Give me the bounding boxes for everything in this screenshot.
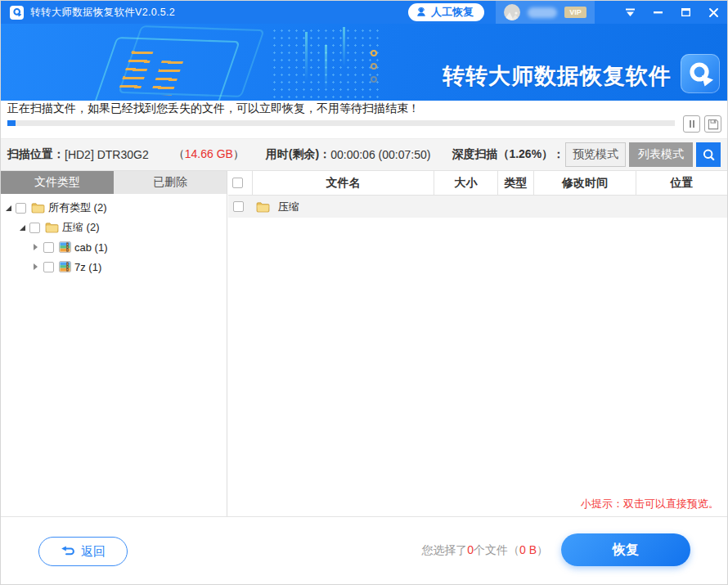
- selected-count: 0: [467, 543, 474, 556]
- folder-icon: [31, 202, 45, 214]
- scan-size-value: 14.66 GB: [185, 147, 233, 160]
- manual-recovery-label: 人工恢复: [431, 5, 474, 20]
- tree-item[interactable]: 7z (1): [1, 257, 227, 277]
- archive-icon: [59, 241, 71, 253]
- collapse-toggle-icon[interactable]: [20, 225, 25, 231]
- sidebar-tabs: 文件类型已删除: [1, 171, 227, 194]
- banner: 转转大师数据恢复软件: [1, 24, 727, 101]
- table-body: 压缩: [228, 196, 727, 218]
- folder-icon: [45, 222, 59, 233]
- tree-item[interactable]: cab (1): [1, 237, 227, 257]
- column-header[interactable]: 大小: [434, 171, 498, 195]
- preview-mode-button[interactable]: 预览模式: [565, 142, 626, 167]
- tree-item[interactable]: 压缩 (2): [1, 218, 227, 237]
- tree-item-label: 压缩 (2): [62, 220, 100, 235]
- tab-file-types[interactable]: 文件类型: [1, 171, 114, 194]
- tree-item-checkbox[interactable]: [43, 262, 54, 272]
- recover-button[interactable]: 恢复: [561, 533, 690, 566]
- pause-scan-button[interactable]: [683, 115, 700, 133]
- search-button[interactable]: [696, 142, 721, 167]
- user-panel[interactable]: VIP: [496, 1, 595, 24]
- file-name: 压缩: [278, 200, 299, 214]
- app-logo-icon: [10, 6, 24, 20]
- sidebar: 文件类型已删除 所有类型 (2)压缩 (2)cab (1)7z (1): [1, 171, 227, 516]
- select-all-cell: [228, 171, 253, 195]
- app-window: 转转大师数据恢复软件V2.0.5.2 人工恢复 VIP: [0, 0, 728, 585]
- tree-item[interactable]: 所有类型 (2): [1, 198, 227, 218]
- minimize-to-tray-button[interactable]: [616, 1, 644, 24]
- tree-item-label: 7z (1): [74, 261, 101, 273]
- elapsed-time-label: 用时(剩余)：: [266, 147, 330, 162]
- tree-item-label: cab (1): [74, 241, 107, 254]
- deep-scan-percent: 1.26%: [509, 147, 542, 160]
- scan-location-label: 扫描位置：: [7, 147, 65, 162]
- tree-item-label: 所有类型 (2): [48, 200, 107, 215]
- back-button[interactable]: 返回: [38, 537, 128, 566]
- title-bar: 转转大师数据恢复软件V2.0.5.2 人工恢复 VIP: [1, 1, 727, 24]
- selection-summary: 您选择了0个文件（0 B）: [421, 543, 548, 558]
- folder-icon: [256, 201, 270, 213]
- window-controls: [616, 1, 727, 24]
- column-header[interactable]: 修改时间: [534, 171, 636, 195]
- selected-size: 0 B: [519, 543, 537, 556]
- manual-recovery-button[interactable]: 人工恢复: [408, 3, 484, 21]
- search-icon: [702, 148, 716, 162]
- table-row[interactable]: 压缩: [228, 196, 727, 218]
- tree-item-checkbox[interactable]: [43, 242, 54, 253]
- tab-deleted[interactable]: 已删除: [114, 171, 227, 194]
- footer-bar: 返回 您选择了0个文件（0 B） 恢复: [1, 516, 727, 584]
- column-header[interactable]: 文件名: [253, 171, 434, 195]
- column-header[interactable]: 类型: [498, 171, 534, 195]
- maximize-button[interactable]: [672, 1, 699, 24]
- person-headset-icon: [416, 7, 427, 18]
- scan-progress-bar: [7, 120, 675, 126]
- save-scan-button[interactable]: [704, 115, 721, 133]
- vip-badge[interactable]: VIP: [564, 7, 586, 18]
- close-button[interactable]: [699, 1, 727, 24]
- column-header[interactable]: 位置: [636, 171, 727, 195]
- results-table: 文件名大小类型修改时间位置 压缩 小提示：双击可以直接预览。: [228, 171, 727, 516]
- row-checkbox[interactable]: [233, 201, 244, 212]
- main-area: 文件类型已删除 所有类型 (2)压缩 (2)cab (1)7z (1) 文件名大…: [1, 171, 727, 516]
- tree-item-checkbox[interactable]: [29, 223, 40, 233]
- list-mode-button[interactable]: 列表模式: [629, 142, 693, 167]
- back-button-label: 返回: [81, 544, 106, 560]
- table-header: 文件名大小类型修改时间位置: [228, 171, 727, 196]
- scan-status-message: 正在扫描文件，如果已经找到您丢失的文件，可以立即恢复，不用等待扫描结束！: [7, 101, 420, 116]
- file-tree: 所有类型 (2)压缩 (2)cab (1)7z (1): [1, 194, 227, 277]
- preview-hint: 小提示：双击可以直接预览。: [581, 497, 719, 511]
- collapse-toggle-icon[interactable]: [6, 205, 11, 211]
- brand-logo-icon: [681, 54, 720, 93]
- window-title: 转转大师数据恢复软件V2.0.5.2: [30, 6, 175, 20]
- back-arrow-icon: [61, 546, 75, 557]
- avatar[interactable]: [504, 4, 520, 20]
- archive-icon: [59, 261, 71, 272]
- floppy-icon: [708, 119, 719, 130]
- tree-item-checkbox[interactable]: [16, 203, 26, 214]
- scan-size: （14.66 GB）: [173, 147, 245, 162]
- username-blurred: [528, 7, 557, 18]
- status-row: 正在扫描文件，如果已经找到您丢失的文件，可以立即恢复，不用等待扫描结束！: [1, 101, 727, 117]
- expand-toggle-icon[interactable]: [34, 263, 38, 270]
- brand-title: 转转大师数据恢复软件: [443, 61, 672, 91]
- progress-fill: [7, 120, 16, 126]
- minimize-button[interactable]: [644, 1, 672, 24]
- select-all-checkbox[interactable]: [232, 178, 243, 188]
- expand-toggle-icon[interactable]: [34, 244, 38, 250]
- elapsed-time-value: 00:00:06 (00:07:50): [330, 148, 430, 161]
- scan-location-value: [HD2] DTR30G2: [65, 148, 149, 161]
- circuit-decoration: [93, 37, 240, 101]
